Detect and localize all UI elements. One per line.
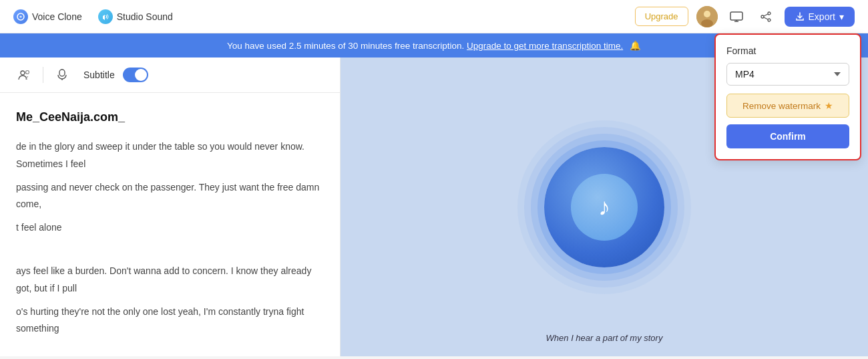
top-navigation: Voice Clone Studio Sound Upgrade — [0, 0, 868, 33]
toolbar-divider — [43, 67, 43, 83]
export-label: Export — [809, 11, 835, 22]
share-icon-button[interactable] — [755, 6, 777, 27]
text-line-5: o's hurting they're not the only one los… — [16, 304, 324, 337]
studio-sound-icon — [98, 9, 113, 24]
music-player-circle: ♪ — [544, 147, 664, 267]
export-button[interactable]: Export ▾ — [785, 7, 855, 27]
mic-icon-button[interactable] — [51, 64, 73, 86]
confirm-button[interactable]: Confirm — [726, 124, 849, 148]
text-line-2: passing and never check on the passenger… — [16, 179, 324, 213]
nav-voice-clone[interactable]: Voice Clone — [13, 9, 82, 24]
svg-point-7 — [761, 15, 764, 18]
format-label: Format — [726, 45, 849, 56]
users-icon-button[interactable] — [13, 64, 35, 86]
text-line-1: de in the glory and sweep it under the t… — [16, 138, 324, 172]
svg-point-3 — [701, 19, 713, 27]
export-chevron-icon: ▾ — [839, 11, 844, 22]
remove-watermark-button[interactable]: Remove watermark ★ — [726, 94, 849, 118]
nav-right: Upgrade — [635, 6, 855, 27]
text-title: Me_CeeNaija.com_ — [16, 106, 324, 128]
voice-clone-label: Voice Clone — [32, 11, 82, 22]
svg-line-8 — [764, 14, 768, 16]
gift-icon: 🔔 — [630, 40, 641, 51]
text-line-3: t feel alone — [16, 219, 324, 236]
video-subtitle: When I hear a part of my story — [546, 333, 663, 343]
toggle-knob — [135, 69, 147, 81]
text-line-4: ays feel like a burden. Don't wanna add … — [16, 263, 324, 296]
subtitle-label: Subtitle — [83, 70, 115, 80]
svg-point-11 — [26, 71, 29, 74]
studio-sound-label: Studio Sound — [117, 11, 173, 22]
svg-point-6 — [768, 19, 771, 21]
voice-clone-icon — [13, 9, 28, 24]
svg-rect-4 — [730, 12, 742, 20]
nav-studio-sound[interactable]: Studio Sound — [98, 9, 173, 24]
format-select[interactable]: MP4 MP3 WAV GIF — [726, 63, 849, 86]
banner-text: You have used 2.5 minutes of 30 minutes … — [227, 41, 464, 51]
svg-rect-12 — [59, 70, 65, 76]
star-icon: ★ — [825, 100, 833, 111]
subtitle-toggle[interactable] — [123, 68, 148, 82]
upgrade-button[interactable]: Upgrade — [635, 7, 688, 26]
svg-line-9 — [764, 17, 768, 19]
music-note-icon: ♪ — [598, 193, 610, 221]
avatar[interactable] — [696, 6, 718, 27]
svg-point-2 — [704, 11, 710, 17]
export-dropdown-panel: Format MP4 MP3 WAV GIF Remove watermark … — [714, 33, 861, 160]
remove-watermark-label: Remove watermark — [742, 101, 821, 111]
text-content-area: Me_CeeNaija.com_ de in the glory and swe… — [0, 93, 340, 356]
left-toolbar: Subtitle — [0, 57, 340, 93]
nav-left: Voice Clone Studio Sound — [13, 9, 173, 24]
svg-point-5 — [768, 12, 771, 15]
music-inner-circle: ♪ — [571, 174, 638, 241]
monitor-icon-button[interactable] — [726, 6, 747, 27]
banner-upgrade-link[interactable]: Upgrade to get more transcription time. — [467, 41, 623, 51]
left-panel: Subtitle Me_CeeNaija.com_ de in the glor… — [0, 57, 341, 356]
svg-point-10 — [21, 71, 25, 75]
